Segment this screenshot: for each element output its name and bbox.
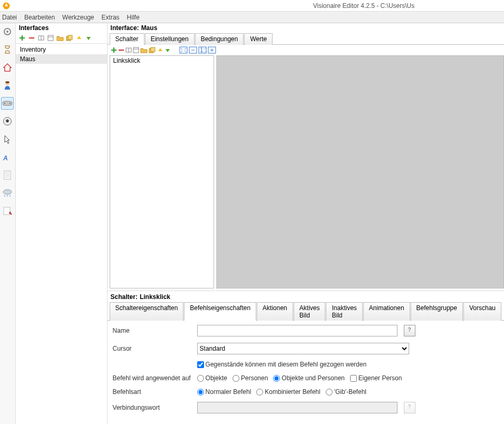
type-gib[interactable]: 'Gib'-Befehl <box>326 388 366 396</box>
schalter-name: Linksklick <box>140 293 170 301</box>
preview-area[interactable] <box>216 55 504 288</box>
app-icon <box>2 2 11 10</box>
svg-rect-19 <box>4 207 10 215</box>
type-kombiniert[interactable]: Kombinierter Befehl <box>256 388 320 396</box>
svg-rect-4 <box>3 101 12 105</box>
schalter-toolbar: 1:1 <box>108 45 504 55</box>
applies-eigener[interactable]: Eigener Person <box>350 374 402 382</box>
tab-einstellungen[interactable]: Einstellungen <box>145 33 195 45</box>
tab-animationen[interactable]: Animationen <box>363 302 410 321</box>
tab-inaktives-bild[interactable]: Inaktives Bild <box>326 302 362 321</box>
command-form: Name ? Cursor Standard <box>108 321 504 424</box>
svg-rect-22 <box>48 35 53 41</box>
menu-file[interactable]: Datei <box>2 14 17 21</box>
applies-objekte-personen[interactable]: Objekte und Personen <box>273 374 344 382</box>
tab-vorschau[interactable]: Vorschau <box>463 302 501 321</box>
rename-icon[interactable] <box>125 47 132 53</box>
person-icon[interactable] <box>1 79 14 92</box>
props-icon[interactable] <box>46 34 55 42</box>
script-icon[interactable] <box>1 205 14 217</box>
conj-label: Verbindungswort <box>113 404 197 411</box>
cursor-select[interactable]: Standard <box>197 343 409 354</box>
svg-point-6 <box>9 103 11 104</box>
menu-help[interactable]: Hilfe <box>127 14 140 21</box>
up-icon[interactable] <box>75 34 83 42</box>
help-button[interactable]: ? <box>404 325 415 336</box>
add-icon[interactable] <box>18 34 26 42</box>
remove-icon[interactable] <box>27 34 36 42</box>
hourglass-icon[interactable] <box>1 43 14 56</box>
cloud-icon[interactable] <box>1 187 14 199</box>
props-icon[interactable] <box>133 47 139 53</box>
interface-label: Interface: <box>111 24 139 32</box>
help-button: ? <box>404 402 415 413</box>
tab-schaltereigenschaften[interactable]: Schaltereigenschaften <box>110 302 184 321</box>
down-icon[interactable] <box>84 34 93 42</box>
menu-extras[interactable]: Extras <box>102 14 120 21</box>
folder-icon[interactable] <box>140 47 148 53</box>
svg-point-5 <box>4 103 5 104</box>
fit-icon[interactable] <box>179 46 188 54</box>
type-normal[interactable]: Normaler Befehl <box>197 388 251 396</box>
tab-werte[interactable]: Werte <box>244 33 273 45</box>
tab-befehlsgruppe[interactable]: Befehlsgruppe <box>411 302 463 321</box>
menu-tools[interactable]: Werkzeuge <box>62 14 94 21</box>
schalter-list[interactable]: Linksklick <box>110 55 214 288</box>
svg-rect-32 <box>180 47 187 53</box>
svg-point-2 <box>6 31 8 33</box>
interfaces-title: Interfaces <box>16 23 107 33</box>
interfaces-toolbar <box>16 33 107 43</box>
document-icon[interactable] <box>1 169 14 181</box>
tab-aktionen[interactable]: Aktionen <box>257 302 293 321</box>
schalter-tabs: Schaltereigenschaften Befehlseigenschaft… <box>108 302 504 321</box>
name-label: Name <box>113 327 197 334</box>
folder-icon[interactable] <box>56 34 64 42</box>
applies-personen[interactable]: Personen <box>232 374 268 382</box>
ball-icon[interactable] <box>1 115 14 128</box>
menubar: Datei Bearbeiten Werkzeuge Extras Hilfe <box>0 12 504 23</box>
home-icon[interactable] <box>1 61 14 74</box>
svg-text:A: A <box>3 155 8 162</box>
conj-field <box>197 402 398 413</box>
add-icon[interactable] <box>111 47 117 53</box>
list-item[interactable]: Linksklick <box>110 56 214 65</box>
tab-schalter[interactable]: Schalter <box>110 33 144 45</box>
schalter-label: Schalter: <box>111 293 138 301</box>
gear-icon[interactable] <box>1 25 14 38</box>
zoom-reset-icon[interactable]: 1:1 <box>198 46 207 54</box>
applies-objekte[interactable]: Objekte <box>197 374 227 382</box>
tree-item[interactable]: Maus <box>16 54 107 64</box>
tab-aktives-bild[interactable]: Aktives Bild <box>294 302 326 321</box>
menu-edit[interactable]: Bearbeiten <box>24 14 55 21</box>
duplicate-icon[interactable] <box>149 47 156 53</box>
drag-checkbox-input[interactable] <box>197 361 204 368</box>
interfaces-tree: Inventory Maus <box>16 43 107 424</box>
svg-rect-10 <box>4 171 11 179</box>
tab-bedingungen[interactable]: Bedingungen <box>195 33 244 45</box>
cursor-label: Cursor <box>113 345 197 352</box>
cursor-icon[interactable] <box>1 133 14 146</box>
duplicate-icon[interactable] <box>65 34 74 42</box>
remove-icon[interactable] <box>118 47 124 53</box>
gamepad-icon[interactable] <box>1 97 14 110</box>
interfaces-panel: Interfaces Inventory Maus <box>16 23 108 424</box>
name-field[interactable] <box>197 325 398 336</box>
drag-checkbox[interactable]: Gegenstände können mit diesem Befehl gez… <box>197 361 367 368</box>
zoom-out-icon[interactable] <box>189 46 197 54</box>
svg-point-15 <box>3 190 12 195</box>
window-title: Visionaire Editor 4.2.5 - C:\Users\Us <box>13 2 504 9</box>
up-icon[interactable] <box>157 47 163 53</box>
rename-icon[interactable] <box>37 34 45 42</box>
down-icon[interactable] <box>164 47 171 53</box>
interface-tabs: Schalter Einstellungen Bedingungen Werte <box>108 33 504 45</box>
svg-text:1:1: 1:1 <box>200 46 207 54</box>
svg-rect-25 <box>68 35 72 40</box>
left-toolbar: A <box>0 23 16 424</box>
svg-rect-31 <box>151 47 155 52</box>
svg-rect-28 <box>133 47 139 53</box>
font-icon[interactable]: A <box>1 151 14 163</box>
type-label: Befehlsart <box>113 388 197 396</box>
tab-befehlseigenschaften[interactable]: Befehlseigenschaften <box>184 302 256 321</box>
tree-item[interactable]: Inventory <box>16 45 107 54</box>
zoom-in-icon[interactable] <box>208 46 216 54</box>
